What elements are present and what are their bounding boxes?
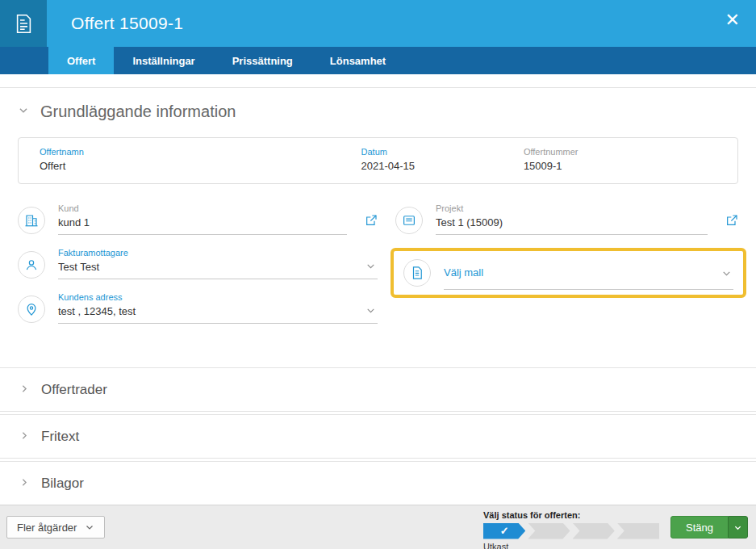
section-title: Offertrader <box>41 382 107 398</box>
chevron-down-icon[interactable] <box>721 267 732 282</box>
section-offertrader[interactable]: Offertrader <box>0 367 756 412</box>
fields-left-column: Kund kund 1 Fakturamottagare Test Test <box>18 203 378 337</box>
close-icon[interactable]: ✕ <box>720 8 745 32</box>
chevron-down-icon[interactable] <box>365 260 376 274</box>
status-current-value: Utkast <box>483 542 659 549</box>
kundens-adress-field[interactable]: Kundens adress test , 12345, test <box>18 292 378 324</box>
valj-mall-label: Välj mall <box>444 266 483 279</box>
status-progress-arrows: ✓ <box>483 523 659 539</box>
projekt-field[interactable]: Projekt Test 1 (15009) <box>395 203 738 235</box>
fakturamottagare-field[interactable]: Fakturamottagare Test Test <box>18 248 378 279</box>
collapsed-sections-list: Offertrader Fritext Bilagor <box>0 367 756 505</box>
chevron-right-icon <box>19 476 30 491</box>
offert-summary-box: Offertnamn Offert Datum 2021-04-15 Offer… <box>18 137 738 184</box>
chevron-right-icon <box>19 383 30 397</box>
fler-atgarder-label: Fler åtgärder <box>17 522 77 534</box>
stang-dropdown-toggle[interactable] <box>728 516 748 539</box>
open-projekt-external-icon[interactable] <box>725 214 738 230</box>
map-pin-icon <box>18 295 45 323</box>
building-icon <box>18 207 45 234</box>
titlebar: Offert 15009-1 ✕ <box>0 0 756 47</box>
chevron-down-icon <box>18 105 29 119</box>
projekt-value: Test 1 (15009) <box>436 216 708 228</box>
offertnamn-value: Offert <box>40 160 361 172</box>
datum-label: Datum <box>361 147 524 157</box>
tab-bar: Offert Inställningar Prissättning Lönsam… <box>0 47 756 74</box>
kund-label: Kund <box>58 203 347 213</box>
tab-offert[interactable]: Offert <box>48 47 114 74</box>
status-step-2[interactable] <box>528 523 570 539</box>
kund-value: kund 1 <box>58 216 347 228</box>
chevron-down-icon <box>733 523 742 532</box>
stang-split-button: Stäng <box>670 516 748 539</box>
kundens-adress-value: test , 12345, test <box>58 305 378 317</box>
status-selector: Välj status för offerten: ✓ Utkast <box>483 510 659 549</box>
projekt-label: Projekt <box>436 203 708 213</box>
basic-info-section-header[interactable]: Grundläggande information <box>18 103 738 121</box>
section-fritext[interactable]: Fritext <box>0 414 756 459</box>
window-title: Offert 15009-1 <box>71 14 183 33</box>
fakturamottagare-label: Fakturamottagare <box>58 248 378 258</box>
chevron-right-icon <box>19 430 30 444</box>
offertnummer-label: Offertnummer <box>524 147 716 157</box>
status-label: Välj status för offerten: <box>483 510 659 520</box>
section-title: Grundläggande information <box>40 103 236 121</box>
template-document-icon <box>403 259 431 287</box>
datum-field: Datum 2021-04-15 <box>361 147 524 174</box>
section-bilagor[interactable]: Bilagor <box>0 461 756 505</box>
stang-button[interactable]: Stäng <box>670 516 728 539</box>
fields-grid: Kund kund 1 Fakturamottagare Test Test <box>18 203 738 337</box>
check-icon: ✓ <box>500 525 509 537</box>
fler-atgarder-button[interactable]: Fler åtgärder <box>6 516 105 539</box>
offertnummer-value: 15009-1 <box>524 160 716 172</box>
tab-lonsamhet[interactable]: Lönsamhet <box>311 47 404 74</box>
tab-prissattning[interactable]: Prissättning <box>214 47 311 74</box>
project-card-icon <box>395 207 423 234</box>
section-title: Bilagor <box>41 476 84 492</box>
offert-document-icon <box>0 0 47 47</box>
fakturamottagare-value: Test Test <box>58 261 378 273</box>
chevron-down-icon[interactable] <box>365 304 376 319</box>
offertnummer-field: Offertnummer 15009-1 <box>524 147 716 174</box>
tab-installningar[interactable]: Inställningar <box>114 47 213 74</box>
valj-mall-field-highlighted[interactable]: Välj mall <box>391 248 746 298</box>
datum-value: 2021-04-15 <box>361 160 524 172</box>
status-step-4[interactable] <box>617 523 659 539</box>
offertnamn-field: Offertnamn Offert <box>40 147 361 174</box>
status-step-3[interactable] <box>573 523 615 539</box>
kundens-adress-label: Kundens adress <box>58 292 378 302</box>
section-title: Fritext <box>41 429 79 445</box>
person-icon <box>18 251 45 279</box>
status-step-1[interactable]: ✓ <box>483 523 525 539</box>
footer-bar: Fler åtgärder Välj status för offerten: … <box>0 505 756 549</box>
offertnamn-label: Offertnamn <box>40 147 361 157</box>
chevron-down-icon <box>85 522 94 532</box>
basic-info-section: Grundläggande information Offertnamn Off… <box>0 87 756 337</box>
fields-right-column: Projekt Test 1 (15009) Välj mall <box>395 203 738 337</box>
kund-field[interactable]: Kund kund 1 <box>18 203 378 235</box>
open-kund-external-icon[interactable] <box>365 214 378 230</box>
